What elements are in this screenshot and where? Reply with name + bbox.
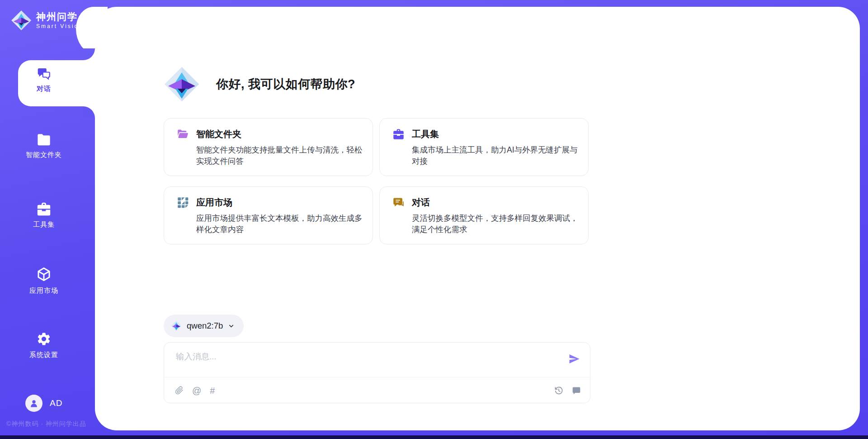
card-header: 工具集: [392, 128, 580, 140]
feedback-button[interactable]: [572, 386, 581, 395]
chevron-down-icon: [228, 323, 235, 329]
card-description: 应用市场提供丰富长文本模板，助力高效生成多样化文章内容: [196, 213, 365, 235]
briefcase-icon: [36, 202, 52, 216]
paperclip-icon: [175, 386, 184, 395]
sidebar-item-app-market[interactable]: 应用市场: [5, 266, 82, 295]
attach-button[interactable]: [175, 386, 184, 395]
diamond-logo-icon: [171, 320, 182, 331]
sidebar-item-label: 智能文件夹: [26, 151, 62, 159]
diamond-logo-icon: [164, 66, 200, 102]
card-header: 对话: [392, 196, 580, 209]
card-title: 应用市场: [196, 196, 232, 209]
card-title: 智能文件夹: [196, 128, 241, 140]
greeting-text: 你好, 我可以如何帮助你?: [216, 76, 355, 92]
open-folder-icon: [177, 128, 189, 140]
composer-toolbar: @ #: [164, 377, 590, 403]
sidebar-item-smart-folder[interactable]: 智能文件夹: [5, 133, 82, 159]
card-header: 应用市场: [177, 196, 364, 209]
feature-cards: 智能文件夹 智能文件夹功能支持批量文件上传与清洗，轻松实现文件问答 工具集 集成…: [164, 118, 589, 244]
chat-bubbles-icon: [37, 66, 51, 81]
grid-tiles-icon: [177, 196, 189, 209]
chat-bubble-icon: [392, 196, 405, 209]
tab-fillet-bottom: [83, 106, 95, 118]
bottom-edge-strip: [0, 435, 868, 439]
avatar: [25, 395, 42, 412]
send-button[interactable]: [567, 353, 581, 366]
sidebar-item-label: 对话: [37, 85, 51, 93]
card-chat[interactable]: 对话 灵活切换多模型文件，支持多样回复效果调试，满足个性化需求: [379, 186, 589, 244]
hero-area: 你好, 我可以如何帮助你? 智能文件夹 智能文件夹功能支持批量文件上传与清洗，轻…: [164, 0, 590, 439]
message-composer: @ #: [164, 342, 590, 403]
folder-icon: [36, 133, 52, 147]
card-smart-folder[interactable]: 智能文件夹 智能文件夹功能支持批量文件上传与清洗，轻松实现文件问答: [164, 118, 373, 176]
history-button[interactable]: [554, 386, 563, 395]
mention-symbol: @: [192, 386, 201, 395]
tab-fillet-top: [83, 48, 95, 60]
diamond-logo-icon: [11, 10, 32, 31]
card-description: 智能文件夹功能支持批量文件上传与清洗，轻松实现文件问答: [196, 144, 365, 167]
cube-icon: [36, 266, 52, 282]
sidebar-item-settings[interactable]: 系统设置: [5, 331, 82, 359]
hashtag-symbol: #: [210, 386, 215, 395]
card-description: 集成市场上主流工具，助力AI与外界无缝扩展与对接: [412, 144, 581, 167]
sidebar-item-label: 系统设置: [29, 351, 58, 359]
message-input[interactable]: [175, 350, 552, 373]
model-selector-button[interactable]: qwen2:7b: [164, 315, 244, 337]
card-title: 对话: [412, 196, 430, 209]
send-icon: [568, 353, 580, 365]
sidebar-item-label: 应用市场: [29, 286, 58, 295]
brand-subtitle: Smart Vision: [36, 24, 83, 29]
card-header: 智能文件夹: [177, 128, 364, 140]
brand-name: 神州问学: [36, 12, 83, 21]
user-initials: AD: [50, 398, 62, 408]
sidebar-footer-text: ©神州数码 · 神州问学出品: [6, 420, 86, 428]
hashtag-button[interactable]: #: [210, 386, 215, 395]
card-toolset[interactable]: 工具集 集成市场上主流工具，助力AI与外界无缝扩展与对接: [379, 118, 589, 176]
sidebar-item-toolset[interactable]: 工具集: [5, 202, 82, 229]
app-window: 神州问学 Smart Vision 对话 智能文件夹: [0, 0, 868, 439]
mention-button[interactable]: @: [192, 386, 201, 395]
sidebar-item-label: 工具集: [33, 220, 55, 229]
sidebar-item-chat[interactable]: 对话: [5, 66, 82, 93]
message-square-icon: [572, 386, 581, 395]
brand-logo: 神州问学 Smart Vision: [11, 10, 83, 31]
greeting-row: 你好, 我可以如何帮助你?: [164, 66, 355, 102]
card-app-market[interactable]: 应用市场 应用市场提供丰富长文本模板，助力高效生成多样化文章内容: [164, 186, 373, 244]
brand-text: 神州问学 Smart Vision: [36, 12, 83, 29]
briefcase-icon: [392, 128, 405, 140]
sidebar: 神州问学 Smart Vision 对话 智能文件夹: [0, 0, 95, 439]
user-profile[interactable]: AD: [25, 395, 62, 412]
card-description: 灵活切换多模型文件，支持多样回复效果调试，满足个性化需求: [412, 213, 581, 235]
person-icon: [29, 398, 39, 408]
history-icon: [554, 386, 563, 395]
gear-icon: [36, 331, 52, 347]
card-title: 工具集: [412, 128, 439, 140]
model-name: qwen2:7b: [187, 321, 223, 331]
